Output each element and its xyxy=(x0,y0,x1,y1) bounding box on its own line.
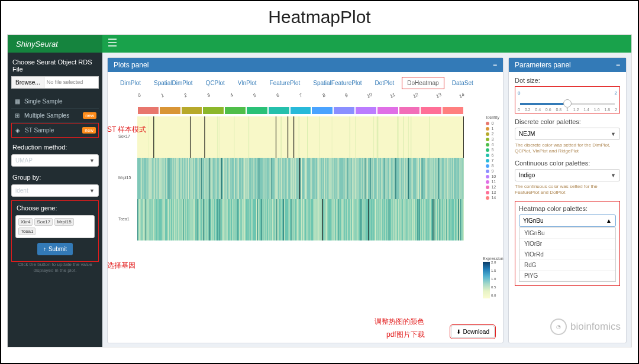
svg-rect-64 xyxy=(185,158,185,199)
svg-rect-80 xyxy=(206,158,206,199)
palette-option[interactable]: RdG xyxy=(519,260,615,271)
file-input[interactable]: Browse... No file selected xyxy=(11,76,99,89)
svg-rect-96 xyxy=(225,158,226,199)
gene-chip[interactable]: Sox17 xyxy=(34,218,53,226)
svg-rect-75 xyxy=(200,158,201,199)
sidebar-item-multiple[interactable]: ⊞ Multiple Samples new xyxy=(11,109,99,123)
group-select[interactable]: ident▼ xyxy=(11,184,99,197)
svg-rect-129 xyxy=(279,158,280,199)
svg-rect-275 xyxy=(153,199,153,240)
svg-rect-418 xyxy=(332,199,333,240)
svg-rect-327 xyxy=(213,199,214,240)
svg-rect-78 xyxy=(204,158,205,199)
file-input-label: Choose Seurat Object RDS File xyxy=(12,58,98,73)
svg-rect-188 xyxy=(364,158,364,199)
dot-size-slider[interactable] xyxy=(520,103,615,105)
svg-rect-280 xyxy=(162,199,163,240)
svg-rect-101 xyxy=(234,158,235,199)
svg-rect-102 xyxy=(237,158,237,199)
svg-rect-72 xyxy=(194,158,195,199)
svg-rect-410 xyxy=(321,199,322,240)
gene-input[interactable]: Xkr4 Sox17 Mrpl15 Tcea1 xyxy=(15,215,95,238)
dot-size-label: Dot size: xyxy=(515,77,620,84)
svg-rect-521 xyxy=(459,199,459,240)
heatmap-palette-select[interactable]: YlGnBu▲ xyxy=(519,214,616,227)
gene-chip[interactable]: Tcea1 xyxy=(18,228,36,235)
submit-button[interactable]: ↑ Submit xyxy=(37,243,73,255)
svg-rect-379 xyxy=(284,199,285,240)
svg-rect-455 xyxy=(380,199,380,240)
svg-rect-317 xyxy=(203,199,204,240)
tab-spatialfeatureplot[interactable]: SpatialFeaturePlot xyxy=(308,77,367,89)
collapse-button[interactable]: − xyxy=(616,61,620,69)
svg-rect-511 xyxy=(444,199,444,240)
svg-rect-395 xyxy=(306,199,307,240)
svg-rect-186 xyxy=(362,158,362,199)
svg-rect-313 xyxy=(198,199,199,240)
collapse-button[interactable]: − xyxy=(493,61,497,69)
gene-chip[interactable]: Xkr4 xyxy=(18,218,33,226)
browse-button[interactable]: Browse... xyxy=(12,77,44,88)
svg-rect-332 xyxy=(222,199,223,240)
caret-up-icon: ▲ xyxy=(606,217,612,224)
tab-dimplot[interactable]: DimPlot xyxy=(115,77,146,89)
palette-option[interactable]: YlGnBu xyxy=(519,228,615,239)
sidebar-item-single[interactable]: ▦ Single Sample xyxy=(11,95,99,109)
svg-rect-104 xyxy=(238,158,239,199)
svg-rect-368 xyxy=(270,199,271,240)
sidebar-item-st[interactable]: ◈ ST Sample new xyxy=(11,123,99,138)
topbar: ShinySeurat xyxy=(8,35,631,53)
svg-rect-20 xyxy=(373,116,374,158)
tab-featureplot[interactable]: FeaturePlot xyxy=(264,77,306,89)
svg-rect-19 xyxy=(356,116,356,158)
reduction-select[interactable]: UMAP▼ xyxy=(11,154,99,167)
svg-rect-48 xyxy=(162,158,163,199)
svg-rect-517 xyxy=(451,199,451,240)
svg-rect-478 xyxy=(407,199,408,240)
palette-option[interactable]: PiYG xyxy=(519,271,615,281)
svg-rect-200 xyxy=(382,158,382,199)
svg-rect-369 xyxy=(272,199,273,240)
slider-handle[interactable] xyxy=(563,99,572,108)
svg-rect-182 xyxy=(356,158,357,199)
svg-rect-331 xyxy=(221,199,221,240)
svg-rect-197 xyxy=(377,158,378,199)
tab-dataset[interactable]: DataSet xyxy=(447,77,479,89)
svg-rect-94 xyxy=(223,158,224,199)
menu-toggle-button[interactable] xyxy=(102,38,122,49)
sidebar: Choose Seurat Object RDS File Browse... … xyxy=(8,53,102,347)
cluster-color-bar xyxy=(137,107,464,114)
tab-vlnplot[interactable]: VlnPlot xyxy=(233,77,262,89)
svg-rect-381 xyxy=(289,199,290,240)
svg-rect-62 xyxy=(182,158,182,199)
tab-qcplot[interactable]: QCPlot xyxy=(201,77,230,89)
svg-rect-417 xyxy=(331,199,331,240)
tab-dotplot[interactable]: DotPlot xyxy=(370,77,400,89)
svg-rect-202 xyxy=(385,158,386,199)
svg-rect-378 xyxy=(283,199,284,240)
continuous-select[interactable]: Indigo▼ xyxy=(515,169,620,181)
heatmap-palette-dropdown[interactable]: YlGnBu YlOrBr YlOrRd RdG PiYG xyxy=(519,228,616,282)
svg-rect-351 xyxy=(245,199,246,240)
svg-rect-407 xyxy=(319,199,320,240)
svg-rect-37 xyxy=(150,158,151,199)
svg-rect-520 xyxy=(457,199,458,240)
svg-rect-149 xyxy=(306,158,307,199)
svg-rect-452 xyxy=(377,199,378,240)
svg-rect-147 xyxy=(305,158,305,199)
svg-rect-18 xyxy=(350,116,350,158)
download-button[interactable]: ⬇ Download xyxy=(451,326,495,338)
svg-rect-164 xyxy=(331,158,331,199)
discrete-select[interactable]: NEJM▼ xyxy=(515,128,620,140)
svg-rect-166 xyxy=(334,158,334,199)
svg-rect-52 xyxy=(166,158,167,199)
svg-rect-301 xyxy=(186,199,186,240)
palette-option[interactable]: YlOrBr xyxy=(519,239,615,249)
palette-option[interactable]: YlOrRd xyxy=(519,249,615,260)
gene-chip[interactable]: Mrpl15 xyxy=(54,218,73,226)
svg-rect-493 xyxy=(424,199,425,240)
tab-spatialdimplot[interactable]: SpatialDimPlot xyxy=(149,77,198,89)
svg-rect-190 xyxy=(366,158,366,199)
svg-rect-508 xyxy=(440,199,441,240)
svg-rect-265 xyxy=(143,199,144,240)
